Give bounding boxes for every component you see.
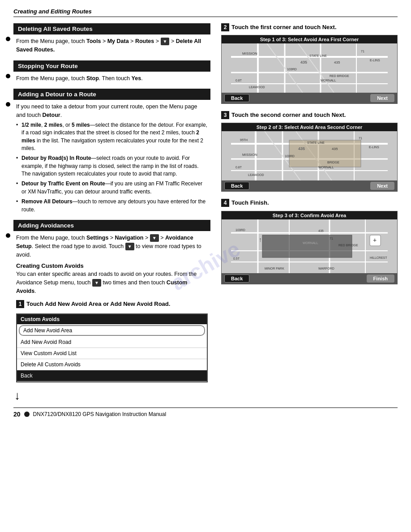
svg-text:435: 435 [298,146,305,151]
map-title-1: Step 1 of 3: Select Avoid Area First Cor… [222,35,397,43]
step-3-text: Touch the second corner and touch Next. [231,111,346,119]
svg-text:435: 435 [318,229,324,232]
stopping-body: From the Menu page, touch Stop. Then tou… [13,74,210,83]
inline-btn-3: ▼ [125,243,134,250]
right-column: 2 Touch the first corner and touch Next.… [221,23,398,403]
step-2-text: Touch the first corner and touch Next. [231,23,337,31]
deleting-body: From the Menu page, touch Tools > My Dat… [13,37,210,54]
svg-text:E-LINS: E-LINS [370,59,380,62]
page-header: Creating and Editing Routes [13,8,398,17]
avoidances-body1: From the Menu page, touch Settings > Nav… [13,234,210,259]
detour-intro: If you need to take a detour from your c… [13,103,210,120]
section-avoidances: Adding Avoidances From the Menu page, to… [13,220,210,397]
page-container: Creating and Editing Routes Deleting All… [0,0,411,427]
page-number: 20 [13,411,21,418]
svg-text:95TH: 95TH [240,138,248,142]
page-footer: 20 DNX7120/DNX8120 GPS Navigation Instru… [13,408,398,418]
section-header-detour: Adding a Detour to a Route [13,89,210,100]
svg-text:MISSION: MISSION [242,51,257,56]
section-header-stopping: Stopping Your Route [13,60,210,72]
inline-btn-1: ▼ [161,38,170,45]
dot-marker-3 [6,102,10,107]
ca-item-back[interactable]: Back [17,370,207,382]
svg-text:RED BRIDGE: RED BRIDGE [330,74,349,77]
ca-item-1[interactable]: Add New Avoid Road [17,337,207,348]
map-title-2: Step 2 of 3: Select Avoid Area Second Co… [222,123,397,131]
svg-text:71: 71 [359,137,362,140]
map-body-1: MISSION 103RD WORNALL 435 71 0.8T LEAWOO… [222,43,397,93]
step-1-num: 1 [16,300,24,308]
bottom-arrow: ↓ [14,390,211,401]
svg-text:0.8T: 0.8T [235,166,242,169]
map-back-btn-1[interactable]: Back [224,94,249,102]
step-2-row: 2 Touch the first corner and touch Next. [221,23,398,31]
map-btn-row-2: Back Next [222,180,397,191]
step-3-row: 3 Touch the second corner and touch Next… [221,111,398,119]
section-deleting: Deleting All Saved Routes From the Menu … [13,23,210,54]
map-back-btn-3[interactable]: Back [224,275,249,283]
ca-item-3[interactable]: Delete All Custom Avoids [17,359,207,370]
svg-text:103RD: 103RD [285,154,295,158]
ca-item-2[interactable]: View Custom Avoid List [17,348,207,359]
svg-text:71: 71 [330,237,333,240]
ca-item-0[interactable]: Add New Avoid Area [19,325,205,336]
inline-btn-2: ▼ [150,234,159,242]
svg-text:WORNALL: WORNALL [303,241,318,245]
right-step-4: 4 Touch Finish. Step 3 of 3: Confirm Avo… [221,199,398,284]
bullet-4: Remove All Detours—touch to remove any d… [16,198,208,214]
svg-text:435: 435 [300,60,307,64]
footer-circle [24,412,30,417]
svg-text:+: + [373,236,377,244]
map-screenshot-3: Step 3 of 3: Confirm Avoid Area [221,211,398,284]
ca-menu-title: Custom Avoids [17,314,207,324]
svg-rect-31 [289,140,361,167]
map-back-btn-2[interactable]: Back [224,182,249,190]
step-1-row: 1 Touch Add New Avoid Area or Add New Av… [13,297,210,310]
svg-text:WARFORD: WARFORD [318,267,334,270]
svg-text:0.8T: 0.8T [235,79,242,82]
map-body-3: + ↑ 103RD 0.5T MINOR PARK WARFORD RED BR… [222,219,397,273]
step-4-row: 4 Touch Finish. [221,199,398,207]
left-column: Deleting All Saved Routes From the Menu … [13,23,210,403]
right-step-2: 2 Touch the first corner and touch Next.… [221,23,398,104]
detour-bullets: 1/2 mile, 2 miles, or 5 miles—select the… [13,121,210,214]
map-screenshot-2: Step 2 of 3: Select Avoid Area Second Co… [221,123,398,192]
page-header-title: Creating and Editing Routes [13,8,92,15]
step-3-num: 3 [221,111,229,119]
dot-marker-4 [6,233,10,238]
section-detour: Adding a Detour to a Route If you need t… [13,89,210,214]
avoidances-body2: You can enter specific areas and roads t… [13,270,210,295]
map-next-btn-2[interactable]: Next [370,182,394,190]
step-1-text: Touch Add New Avoid Area or Add New Avoi… [26,300,170,308]
svg-text:E-LINS: E-LINS [369,146,379,149]
map-svg-3: + ↑ 103RD 0.5T MINOR PARK WARFORD RED BR… [222,219,397,273]
dot-marker-2 [6,74,10,78]
map-finish-btn[interactable]: Finish [367,275,394,283]
svg-text:STATE LINE: STATE LINE [309,54,327,57]
dot-marker-1 [6,37,10,41]
svg-text:↑: ↑ [259,236,262,243]
map-next-btn-1[interactable]: Next [370,94,394,102]
footer-device-text: DNX7120/DNX8120 GPS Navigation Instructi… [33,411,167,417]
svg-text:BRIDGE: BRIDGE [327,161,339,164]
svg-text:LEAWOOD: LEAWOOD [249,86,265,89]
right-step-3: 3 Touch the second corner and touch Next… [221,111,398,192]
svg-text:WORNALL: WORNALL [321,79,336,82]
svg-text:103RD: 103RD [287,68,297,71]
map-btn-row-3: Back Finish [222,273,397,284]
svg-text:71: 71 [361,50,364,53]
content-columns: Deleting All Saved Routes From the Menu … [13,23,398,403]
step-2-num: 2 [221,23,229,31]
map-btn-row-1: Back Next [222,93,397,103]
svg-text:LEAWOOD: LEAWOOD [248,173,264,176]
svg-text:103RD: 103RD [235,228,245,232]
custom-avoids-menu: Custom Avoids Add New Avoid Area Add New… [16,313,208,382]
svg-text:0.5T: 0.5T [233,257,240,260]
section-header-deleting: Deleting All Saved Routes [13,23,210,34]
step-4-text: Touch Finish. [231,199,269,207]
map-screenshot-1: Step 1 of 3: Select Avoid Area First Cor… [221,35,398,104]
svg-text:WORNALL: WORNALL [318,166,334,169]
bullet-3: Detour by Traffic Event on Route—if you … [16,180,208,196]
inline-btn-4: ▼ [92,279,101,287]
svg-text:RED BRIDGE: RED BRIDGE [338,244,358,247]
